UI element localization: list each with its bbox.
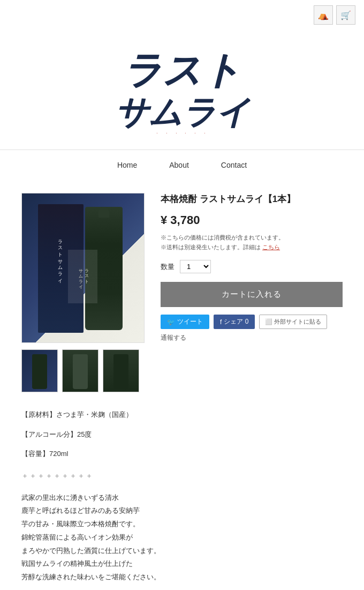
cart-icon-button[interactable]: 🛒: [336, 5, 355, 25]
bottle-label-text: ラストサムライ: [77, 266, 89, 287]
facebook-icon: f: [220, 318, 222, 326]
thumb-bottle-2: [73, 354, 88, 389]
alcohol-line: 【アルコール分】25度: [21, 428, 343, 442]
top-bar: ⛺ 🛒: [0, 0, 364, 30]
svg-text:サムライ: サムライ: [115, 94, 251, 131]
quantity-label: 数量: [161, 262, 175, 272]
quantity-row: 数量 1 2 3: [161, 260, 343, 273]
price-note-1: ※こちらの価格には消費税が含まれています。: [161, 234, 284, 241]
product-thumbnails: [21, 349, 145, 392]
box-label: ラストサムライ: [57, 236, 64, 281]
share-label: シェア 0: [224, 317, 248, 326]
product-title: 本格焼酎 ラストサムライ【1本】: [161, 193, 343, 206]
thumbnail-2[interactable]: [62, 349, 98, 392]
logo-area: ラスト サムライ ⸱ ⸱ ⸱ ⸱ ⸱ ⸱: [0, 30, 364, 144]
separator-1: ＋＋＋＋＋＋＋＋＋: [21, 469, 343, 483]
thumbnail-1[interactable]: [21, 349, 58, 392]
thumb-bottle-3: [113, 354, 128, 389]
thumbnail-3[interactable]: [103, 349, 139, 392]
nav-home[interactable]: Home: [117, 161, 137, 169]
nav-about[interactable]: About: [169, 161, 189, 169]
external-link-button[interactable]: ⬜ 外部サイトに貼る: [259, 315, 327, 329]
product-bottle: ラストサムライ: [85, 207, 123, 330]
social-row: 🐦 ツイート f シェア 0 ⬜ 外部サイトに貼る 通報する: [161, 315, 343, 342]
product-description: 【原材料】さつま芋・米麹（国産） 【アルコール分】25度 【容量】720ml ＋…: [0, 403, 364, 590]
quantity-select[interactable]: 1 2 3: [180, 260, 211, 273]
main-product-image: ラストサムライ ラストサムライ: [21, 193, 145, 343]
camp-icon-button[interactable]: ⛺: [314, 5, 333, 25]
volume-line: 【容量】720ml: [21, 447, 343, 461]
bottle-label: ラストサムライ: [68, 250, 97, 303]
shipping-link[interactable]: こちら: [262, 244, 280, 250]
add-to-cart-button[interactable]: カートに入れる: [161, 282, 343, 307]
svg-text:⸱ ⸱ ⸱ ⸱ ⸱ ⸱: ⸱ ⸱ ⸱ ⸱ ⸱ ⸱: [156, 129, 207, 136]
facebook-share-button[interactable]: f シェア 0: [214, 315, 255, 329]
twitter-icon: 🐦: [167, 318, 175, 326]
tweet-label: ツイート: [177, 317, 203, 326]
camp-icon: ⛺: [318, 10, 329, 20]
svg-text:ラスト: ラスト: [123, 49, 241, 92]
product-section: ラストサムライ ラストサムライ 本格焼酎 ラストサムライ【1本】 ¥ 3,780: [0, 182, 364, 403]
product-images: ラストサムライ ラストサムライ: [21, 193, 145, 392]
logo-svg: ラスト サムライ ⸱ ⸱ ⸱ ⸱ ⸱ ⸱: [96, 41, 268, 137]
product-price: ¥ 3,780: [161, 213, 343, 227]
ingredients-line: 【原材料】さつま芋・米麹（国産）: [21, 408, 343, 422]
product-info: 本格焼酎 ラストサムライ【1本】 ¥ 3,780 ※こちらの価格には消費税が含ま…: [161, 193, 343, 392]
tweet-button[interactable]: 🐦 ツイート: [161, 315, 209, 329]
report-link[interactable]: 通報する: [161, 333, 186, 342]
price-note-2: ※送料は別途発生いたします。詳細は: [161, 244, 261, 250]
desc-main: 武家の里出水に湧きいずる清水 鹿芋と呼ばれるほど甘みのある安納芋 芋の甘み・風味…: [21, 491, 343, 584]
nav-contact[interactable]: Contact: [221, 161, 247, 169]
price-note: ※こちらの価格には消費税が含まれています。 ※送料は別途発生いたします。詳細は …: [161, 233, 343, 252]
main-nav: Home About Contact: [0, 150, 364, 182]
cart-icon: 🛒: [340, 10, 351, 20]
thumb-bottle-1: [32, 354, 47, 389]
